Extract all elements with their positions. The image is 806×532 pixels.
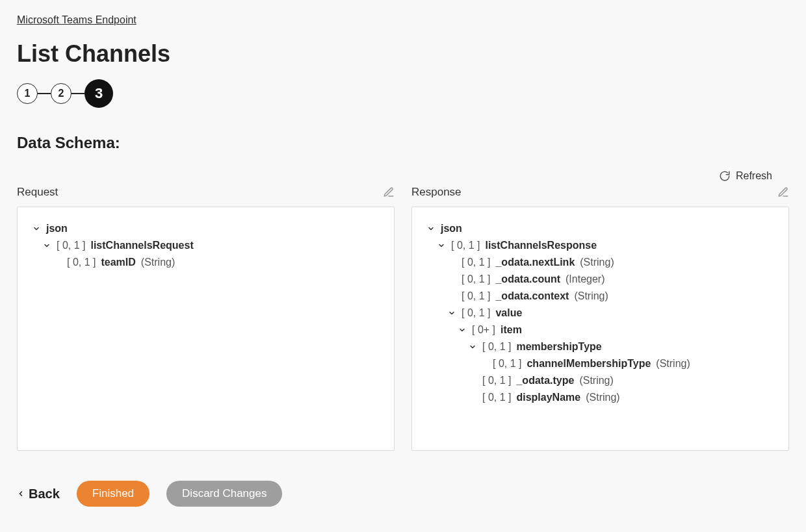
step-separator [72, 93, 84, 94]
field-name: membershipType [516, 341, 601, 353]
cardinality-label: [ 0, 1 ] [57, 240, 85, 251]
request-header: Request [17, 186, 58, 199]
response-tree-row[interactable]: [ 0, 1 ]value [447, 305, 774, 322]
field-type: (String) [580, 257, 614, 268]
field-name: teamID [101, 257, 135, 268]
field-name: displayName [516, 392, 580, 403]
request-tree-row[interactable]: [ 0, 1 ]teamID(String) [53, 254, 380, 271]
response-header: Response [411, 186, 462, 199]
field-type: (String) [574, 290, 608, 302]
response-tree-row[interactable]: [ 0, 1 ]_odata.nextLink(String) [447, 254, 774, 271]
request-tree-row[interactable]: json [32, 220, 380, 237]
cardinality-label: [ 0, 1 ] [67, 257, 96, 268]
back-label: Back [29, 487, 60, 501]
breadcrumb-link[interactable]: Microsoft Teams Endpoint [17, 14, 136, 25]
chevron-left-icon [17, 490, 25, 498]
response-tree-row[interactable]: json [426, 220, 774, 237]
field-type: (String) [141, 257, 175, 268]
page-title: List Channels [17, 40, 789, 68]
field-name: _odata.count [495, 273, 560, 285]
response-tree-panel: json[ 0, 1 ]listChannelsResponse[ 0, 1 ]… [411, 207, 789, 451]
step-1[interactable]: 1 [17, 83, 38, 104]
field-name: item [500, 324, 522, 336]
request-tree-row[interactable]: [ 0, 1 ]listChannelsRequest [42, 237, 380, 254]
cardinality-label: [ 0, 1 ] [482, 341, 511, 353]
cardinality-label: [ 0, 1 ] [482, 392, 511, 403]
stepper: 123 [17, 79, 789, 108]
pencil-icon [383, 186, 395, 198]
field-type: (String) [586, 392, 619, 403]
cardinality-label: [ 0, 1 ] [462, 257, 490, 268]
step-separator [38, 93, 51, 94]
cardinality-label: [ 0, 1 ] [493, 358, 521, 370]
response-tree-row[interactable]: [ 0, 1 ]_odata.count(Integer) [447, 271, 774, 288]
chevron-down-icon[interactable] [468, 342, 477, 351]
step-3[interactable]: 3 [84, 79, 113, 108]
field-name: listChannelsRequest [90, 240, 193, 251]
cardinality-label: [ 0, 1 ] [482, 375, 511, 386]
field-name: _odata.type [516, 375, 574, 386]
pencil-icon [777, 186, 789, 198]
field-type: (String) [579, 375, 613, 386]
cardinality-label: [ 0+ ] [472, 324, 495, 336]
edit-request-button[interactable] [383, 186, 395, 198]
step-2[interactable]: 2 [51, 83, 72, 104]
response-tree-row[interactable]: [ 0+ ]item [458, 322, 774, 338]
chevron-down-icon[interactable] [42, 241, 51, 250]
field-name: _odata.context [495, 290, 569, 302]
finished-button[interactable]: Finished [77, 481, 150, 507]
cardinality-label: [ 0, 1 ] [462, 290, 490, 302]
cardinality-label: [ 0, 1 ] [451, 240, 480, 251]
field-name: json [441, 223, 462, 234]
edit-response-button[interactable] [777, 186, 789, 198]
response-tree-row[interactable]: [ 0, 1 ]_odata.context(String) [447, 288, 774, 305]
response-tree-row[interactable]: [ 0, 1 ]_odata.type(String) [468, 372, 774, 389]
back-button[interactable]: Back [17, 487, 60, 501]
request-tree-panel: json[ 0, 1 ]listChannelsRequest[ 0, 1 ]t… [17, 207, 395, 451]
chevron-down-icon[interactable] [458, 325, 467, 335]
field-name: channelMembershipType [526, 358, 651, 370]
refresh-label: Refresh [736, 170, 772, 182]
refresh-button[interactable]: Refresh [719, 170, 772, 182]
field-type: (Integer) [566, 273, 604, 285]
response-tree-row[interactable]: [ 0, 1 ]displayName(String) [468, 389, 774, 406]
field-name: json [46, 223, 68, 234]
chevron-down-icon[interactable] [447, 309, 456, 318]
response-tree-row[interactable]: [ 0, 1 ]listChannelsResponse [437, 237, 774, 254]
chevron-down-icon[interactable] [437, 241, 446, 250]
cardinality-label: [ 0, 1 ] [462, 273, 490, 285]
field-name: value [495, 307, 522, 319]
response-tree-row[interactable]: [ 0, 1 ]membershipType [468, 338, 774, 355]
field-name: listChannelsResponse [485, 240, 597, 251]
discard-button[interactable]: Discard Changes [166, 481, 282, 507]
chevron-down-icon[interactable] [32, 224, 41, 233]
cardinality-label: [ 0, 1 ] [462, 307, 490, 319]
response-tree-row[interactable]: [ 0, 1 ]channelMembershipType(String) [478, 355, 774, 372]
field-name: _odata.nextLink [495, 257, 575, 268]
refresh-icon [719, 170, 731, 182]
field-type: (String) [656, 358, 690, 370]
chevron-down-icon[interactable] [426, 224, 436, 233]
section-title: Data Schema: [17, 134, 789, 152]
